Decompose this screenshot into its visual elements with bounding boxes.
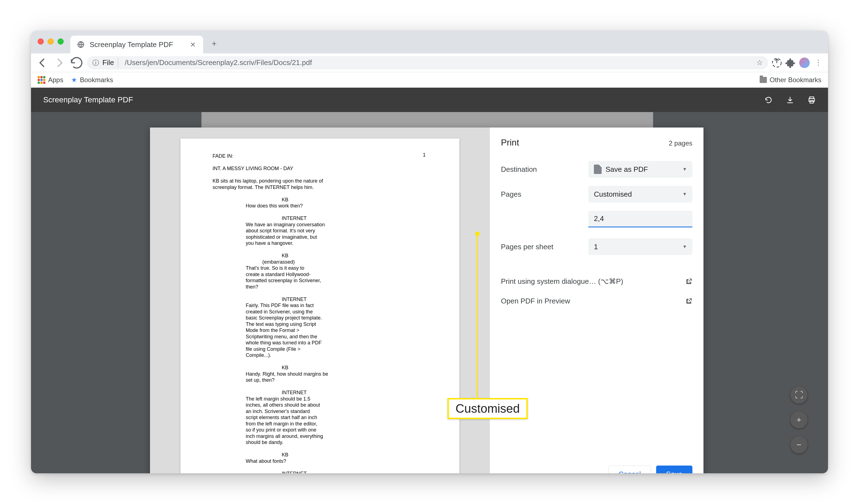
print-icon[interactable] — [808, 95, 816, 105]
pps-value: 1 — [594, 243, 598, 251]
sp-char3: KB — [213, 253, 427, 259]
pages-value: Customised — [594, 190, 632, 199]
titlebar: Screenplay Template PDF + — [31, 31, 828, 54]
sp-char6: INTERNET — [213, 390, 427, 396]
star-icon: ★ — [71, 76, 77, 84]
cancel-button[interactable]: Cancel — [608, 465, 651, 473]
destination-value: Save as PDF — [605, 165, 648, 174]
caret-icon: ▼ — [682, 192, 687, 197]
zoom-controls: ⛶ + − — [790, 386, 808, 453]
zoom-out-button[interactable]: − — [790, 436, 808, 453]
sp-dlg7: What about fonts? — [213, 458, 427, 464]
url-path: /Users/jen/Documents/Screenplay2.scriv/F… — [121, 58, 312, 67]
system-dialog-label: Print using system dialogue… (⌥⌘P) — [501, 277, 623, 286]
system-dialog-link[interactable]: Print using system dialogue… (⌥⌘P) — [501, 272, 692, 291]
caret-icon: ▼ — [682, 244, 687, 249]
sp-char5: KB — [213, 365, 427, 371]
folder-icon — [760, 77, 767, 83]
download-icon[interactable] — [786, 95, 794, 105]
apps-icon — [37, 76, 45, 84]
open-external-icon — [685, 297, 692, 305]
tab-title: Screenplay Template PDF — [90, 41, 184, 49]
sp-fadein: FADE IN: — [213, 153, 427, 159]
pages-select[interactable]: Customised ▼ — [588, 186, 692, 202]
open-preview-label: Open PDF in Preview — [501, 297, 570, 305]
bookmarks-shortcut[interactable]: ★ Bookmarks — [71, 76, 113, 84]
url-scheme: File — [102, 58, 118, 67]
sp-action1: KB sits at his laptop, pondering upon th… — [213, 178, 427, 190]
maximize-window-button[interactable] — [58, 39, 64, 45]
apps-label: Apps — [48, 76, 63, 84]
pages-range-value: 2,4 — [594, 214, 604, 223]
print-preview-pane: 1 FADE IN: INT. A MESSY LIVING ROOM - DA… — [150, 127, 490, 473]
minimize-window-button[interactable] — [48, 39, 54, 45]
callout-line — [477, 234, 478, 401]
reload-button[interactable] — [70, 56, 84, 70]
page-number: 1 — [423, 152, 426, 158]
pages-range-input[interactable]: 2,4 — [588, 211, 692, 227]
new-tab-button[interactable]: + — [209, 38, 220, 49]
profile-avatar[interactable] — [799, 58, 810, 68]
destination-select[interactable]: Save as PDF ▼ — [588, 161, 692, 178]
open-external-icon — [685, 278, 692, 285]
other-bookmarks[interactable]: Other Bookmarks — [760, 76, 822, 84]
save-button[interactable]: Save — [656, 465, 692, 473]
browser-window: Screenplay Template PDF + ⓘ File /Users/… — [31, 31, 828, 473]
url-toolbar: ⓘ File /Users/jen/Documents/Screenplay2.… — [31, 54, 828, 72]
update-icon[interactable] — [771, 58, 782, 68]
forward-button[interactable] — [52, 56, 66, 70]
bookmarks-bar: Apps ★ Bookmarks Other Bookmarks — [31, 72, 828, 88]
sp-dlg6: The left margin should be 1.5 inches, al… — [213, 396, 427, 446]
pdf-toolbar: Screenplay Template PDF — [31, 88, 828, 112]
pages-label: Pages — [501, 190, 584, 199]
back-button[interactable] — [35, 56, 49, 70]
sp-char2: INTERNET — [213, 215, 427, 222]
caret-icon: ▼ — [682, 167, 687, 172]
bookmark-star-icon[interactable]: ☆ — [756, 58, 763, 67]
sp-char1: KB — [213, 197, 427, 203]
page-count: 2 pages — [669, 139, 692, 147]
close-tab-icon[interactable] — [189, 41, 196, 48]
sp-paren3: (embarrassed) — [213, 259, 427, 265]
sp-dlg1: How does this work then? — [213, 203, 427, 209]
browser-tab[interactable]: Screenplay Template PDF — [70, 36, 203, 54]
sp-char7: KB — [213, 452, 427, 458]
other-bookmarks-label: Other Bookmarks — [770, 76, 822, 84]
pps-label: Pages per sheet — [501, 243, 584, 251]
destination-label: Destination — [501, 165, 584, 174]
zoom-in-button[interactable]: + — [790, 411, 808, 428]
print-dialog: 1 FADE IN: INT. A MESSY LIVING ROOM - DA… — [150, 127, 704, 473]
fit-page-button[interactable]: ⛶ — [790, 386, 808, 403]
open-in-preview-link[interactable]: Open PDF in Preview — [501, 291, 692, 311]
sp-dlg2: We have an imaginary conversation about … — [213, 222, 427, 246]
sp-char4: INTERNET — [213, 296, 427, 303]
close-window-button[interactable] — [37, 39, 44, 45]
traffic-lights — [37, 39, 64, 45]
bookmarks-label: Bookmarks — [80, 76, 113, 84]
sp-scene: INT. A MESSY LIVING ROOM - DAY — [213, 165, 427, 172]
sp-dlg3: That's true. So is it easy to create a s… — [213, 265, 427, 290]
sp-dlg5: Handy. Right, how should margins be set … — [213, 371, 427, 383]
globe-icon — [77, 41, 85, 48]
print-settings-pane: Print 2 pages Destination Save as PDF ▼ … — [490, 127, 704, 473]
callout-label: Customised — [448, 398, 528, 419]
kebab-menu-icon[interactable]: ⋮ — [813, 58, 824, 68]
pps-select[interactable]: 1 ▼ — [588, 239, 692, 255]
pdf-title: Screenplay Template PDF — [43, 95, 133, 104]
rotate-icon[interactable] — [764, 95, 773, 105]
sp-char8: INTERNET — [213, 471, 427, 474]
sp-dlg4: Fairly. This PDF file was in fact create… — [213, 302, 427, 358]
address-bar[interactable]: ⓘ File /Users/jen/Documents/Screenplay2.… — [87, 56, 768, 70]
info-icon: ⓘ — [92, 58, 99, 67]
apps-shortcut[interactable]: Apps — [37, 76, 63, 84]
preview-page: 1 FADE IN: INT. A MESSY LIVING ROOM - DA… — [180, 139, 459, 473]
pdf-icon — [594, 165, 602, 174]
content-area: Screenplay Template PDF ⛶ + − 1 FADE IN:… — [31, 88, 828, 473]
extensions-icon[interactable] — [785, 58, 796, 68]
print-title: Print — [501, 137, 519, 148]
